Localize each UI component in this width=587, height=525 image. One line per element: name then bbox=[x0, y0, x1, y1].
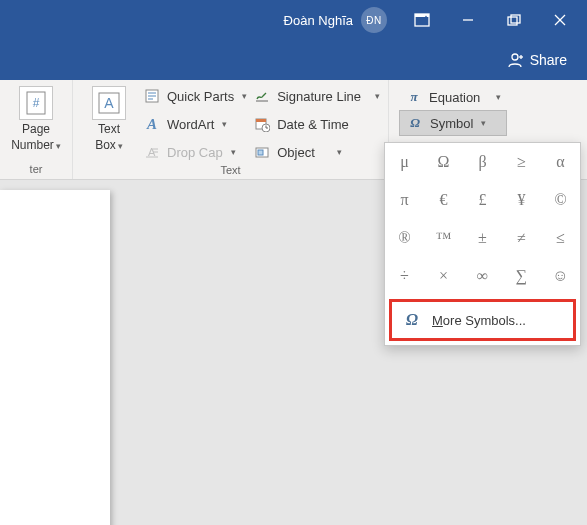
symbol-icon: Ω bbox=[406, 114, 424, 132]
more-symbols-label: More Symbols... bbox=[432, 313, 526, 328]
wordart-button[interactable]: A WordArt ▾ bbox=[143, 112, 247, 136]
text-box-label-2: Box bbox=[95, 138, 116, 152]
chevron-down-icon: ▾ bbox=[481, 118, 486, 128]
object-button[interactable]: Object ▾ bbox=[253, 140, 380, 164]
symbol-cell[interactable]: π bbox=[385, 181, 424, 219]
svg-rect-3 bbox=[508, 17, 517, 25]
date-time-icon bbox=[253, 115, 271, 133]
text-box-button[interactable]: A Text Box▾ bbox=[81, 84, 137, 164]
drop-cap-button[interactable]: A Drop Cap ▾ bbox=[143, 140, 247, 164]
symbol-cell[interactable]: ≥ bbox=[502, 143, 541, 181]
svg-line-6 bbox=[555, 15, 565, 25]
wordart-label: WordArt bbox=[167, 117, 214, 132]
group-label-hf: ter bbox=[8, 163, 64, 177]
equation-icon: π bbox=[405, 88, 423, 106]
signature-line-icon bbox=[253, 87, 271, 105]
share-label: Share bbox=[530, 52, 567, 68]
chevron-down-icon: ▾ bbox=[242, 91, 247, 101]
more-symbols-button[interactable]: Ω More Symbols... bbox=[389, 299, 576, 341]
symbol-cell[interactable]: ≠ bbox=[502, 219, 541, 257]
symbol-cell[interactable]: £ bbox=[463, 181, 502, 219]
equation-button[interactable]: π Equation ▾ bbox=[399, 84, 507, 110]
symbol-cell[interactable]: ± bbox=[463, 219, 502, 257]
page-number-label-2: Number bbox=[11, 138, 54, 152]
svg-rect-4 bbox=[511, 15, 520, 23]
quick-parts-button[interactable]: Quick Parts ▾ bbox=[143, 84, 247, 108]
text-cmds-col1: Quick Parts ▾ A WordArt ▾ A Drop Cap ▾ bbox=[143, 84, 247, 164]
titlebar-user: Đoàn Nghĩa ĐN bbox=[284, 7, 387, 33]
svg-text:A: A bbox=[104, 95, 114, 111]
svg-point-7 bbox=[512, 54, 518, 60]
symbol-cell[interactable]: ∞ bbox=[463, 257, 502, 295]
maximize-button[interactable] bbox=[491, 0, 537, 40]
window-controls bbox=[399, 0, 583, 40]
chevron-down-icon: ▾ bbox=[231, 147, 236, 157]
chevron-down-icon: ▾ bbox=[337, 147, 342, 157]
page-number-label-1: Page bbox=[22, 122, 50, 136]
symbol-cell[interactable]: € bbox=[424, 181, 463, 219]
symbol-cell[interactable]: ¥ bbox=[502, 181, 541, 219]
symbol-cell[interactable]: © bbox=[541, 181, 580, 219]
sharebar: Share bbox=[0, 40, 587, 80]
group-label-text: Text bbox=[81, 164, 380, 178]
symbol-cell[interactable]: ® bbox=[385, 219, 424, 257]
symbol-button[interactable]: Ω Symbol ▾ bbox=[399, 110, 507, 136]
date-time-button[interactable]: Date & Time bbox=[253, 112, 380, 136]
svg-rect-0 bbox=[415, 14, 429, 26]
text-cmds-col2: Signature Line ▾ Date & Time Object ▾ bbox=[253, 84, 380, 164]
symbol-cell[interactable]: × bbox=[424, 257, 463, 295]
text-box-label-1: Text bbox=[98, 122, 120, 136]
object-label: Object bbox=[277, 145, 315, 160]
drop-cap-icon: A bbox=[143, 143, 161, 161]
titlebar: Đoàn Nghĩa ĐN bbox=[0, 0, 587, 40]
chevron-down-icon: ▾ bbox=[496, 92, 501, 102]
symbol-grid: μΩβ≥απ€£¥©®™±≠≤÷×∞∑☺ bbox=[385, 143, 580, 295]
symbol-cell[interactable]: ≤ bbox=[541, 219, 580, 257]
chevron-down-icon: ▾ bbox=[118, 141, 123, 151]
symbol-dropdown: μΩβ≥απ€£¥©®™±≠≤÷×∞∑☺ Ω More Symbols... bbox=[384, 142, 581, 346]
avatar[interactable]: ĐN bbox=[361, 7, 387, 33]
page-number-icon: # bbox=[19, 86, 53, 120]
ribbon-display-options-button[interactable] bbox=[399, 0, 445, 40]
group-header-footer: # Page Number▾ ter bbox=[0, 80, 73, 179]
symbol-cell[interactable]: μ bbox=[385, 143, 424, 181]
drop-cap-label: Drop Cap bbox=[167, 145, 223, 160]
symbol-cell[interactable]: ÷ bbox=[385, 257, 424, 295]
document-page[interactable] bbox=[0, 190, 110, 525]
svg-rect-29 bbox=[258, 150, 263, 155]
symbol-label: Symbol bbox=[430, 116, 473, 131]
svg-line-5 bbox=[555, 15, 565, 25]
omega-icon: Ω bbox=[402, 310, 422, 330]
symbol-cell[interactable]: Ω bbox=[424, 143, 463, 181]
svg-text:#: # bbox=[33, 96, 40, 110]
text-box-icon: A bbox=[92, 86, 126, 120]
symbol-cell[interactable]: β bbox=[463, 143, 502, 181]
quick-parts-label: Quick Parts bbox=[167, 89, 234, 104]
signature-line-label: Signature Line bbox=[277, 89, 361, 104]
chevron-down-icon: ▾ bbox=[56, 141, 61, 151]
share-button[interactable]: Share bbox=[506, 51, 567, 69]
page-number-button[interactable]: # Page Number▾ bbox=[8, 84, 64, 163]
symbol-cell[interactable]: ™ bbox=[424, 219, 463, 257]
equation-label: Equation bbox=[429, 90, 480, 105]
share-icon bbox=[506, 51, 524, 69]
symbol-cell[interactable]: α bbox=[541, 143, 580, 181]
quick-parts-icon bbox=[143, 87, 161, 105]
signature-line-button[interactable]: Signature Line ▾ bbox=[253, 84, 380, 108]
titlebar-username: Đoàn Nghĩa bbox=[284, 13, 353, 28]
symbol-cell[interactable]: ☺ bbox=[541, 257, 580, 295]
group-text: A Text Box▾ Quick Parts ▾ A WordArt ▾ A bbox=[73, 80, 389, 179]
svg-rect-24 bbox=[256, 119, 266, 122]
symbol-cell[interactable]: ∑ bbox=[502, 257, 541, 295]
wordart-icon: A bbox=[143, 115, 161, 133]
chevron-down-icon: ▾ bbox=[375, 91, 380, 101]
chevron-down-icon: ▾ bbox=[222, 119, 227, 129]
svg-rect-1 bbox=[415, 14, 429, 17]
object-icon bbox=[253, 143, 271, 161]
minimize-button[interactable] bbox=[445, 0, 491, 40]
close-button[interactable] bbox=[537, 0, 583, 40]
date-time-label: Date & Time bbox=[277, 117, 349, 132]
